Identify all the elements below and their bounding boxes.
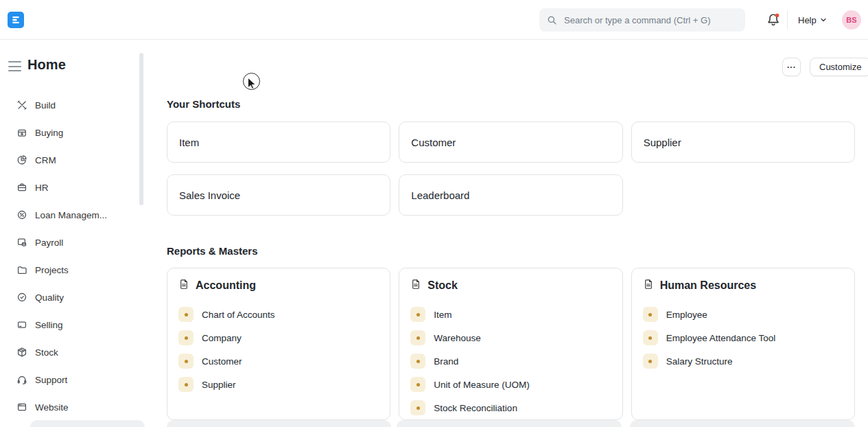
report-link-item[interactable]: Item: [410, 303, 611, 326]
payroll-coins-icon: [16, 237, 27, 248]
sidebar: BuildBuyingCRMHRLoan Managem...PayrollPr…: [0, 91, 145, 421]
report-card-title: Human Resources: [660, 279, 757, 292]
browser-icon: [16, 402, 27, 413]
bell-icon: [766, 12, 781, 27]
navbar-divider: [787, 11, 788, 29]
shortcut-card-item[interactable]: Item: [167, 122, 390, 163]
report-card-title: Accounting: [196, 279, 256, 292]
sidebar-item-label: Stock: [35, 347, 58, 358]
shortcut-label: Sales Invoice: [179, 189, 240, 201]
skeleton-bar: [30, 420, 145, 427]
chevron-down-icon: [820, 16, 827, 23]
bullet-icon: [410, 307, 425, 322]
report-link-warehouse[interactable]: Warehouse: [410, 326, 611, 349]
sidebar-item-payroll[interactable]: Payroll: [0, 229, 145, 256]
sidebar-item-label: Selling: [35, 320, 63, 330]
sidebar-item-label: Buying: [35, 128, 63, 138]
shortcut-label: Customer: [411, 137, 456, 148]
report-card-title: Stock: [427, 279, 458, 292]
report-link-label: Stock Reconciliation: [434, 403, 517, 413]
report-link-employee-attendance-tool[interactable]: Employee Attendance Tool: [643, 326, 843, 349]
search-icon: [547, 15, 557, 25]
bullet-icon: [410, 377, 425, 392]
app-logo[interactable]: [8, 12, 24, 28]
report-link-label: Brand: [434, 356, 458, 367]
sidebar-item-label: Payroll: [35, 238, 63, 248]
sidebar-item-selling[interactable]: Selling: [0, 311, 145, 338]
sidebar-scrollbar[interactable]: [139, 53, 143, 205]
report-card-human-resources: Human ResourcesEmployeeEmployee Attendan…: [631, 268, 855, 420]
pie-chart-icon: [16, 154, 27, 165]
mouse-cursor-icon: [247, 77, 259, 90]
card-icon: [16, 319, 27, 330]
shortcut-card-sales-invoice[interactable]: Sales Invoice: [167, 174, 390, 216]
sidebar-item-label: Quality: [35, 292, 64, 303]
archive-icon: [16, 127, 27, 138]
customize-button[interactable]: Customize: [810, 58, 868, 76]
box-icon: [16, 347, 27, 358]
report-link-supplier[interactable]: Supplier: [178, 373, 379, 396]
report-link-stock-reconciliation[interactable]: Stock Reconciliation: [410, 396, 611, 419]
sidebar-item-label: CRM: [35, 155, 56, 165]
report-link-label: Salary Structure: [666, 356, 733, 367]
skeleton-bar: [630, 420, 855, 427]
tools-icon: [16, 100, 27, 111]
help-label: Help: [798, 15, 817, 25]
report-link-customer[interactable]: Customer: [178, 349, 379, 373]
search-input[interactable]: [563, 14, 738, 26]
sidebar-toggle-button[interactable]: [8, 61, 21, 71]
sidebar-item-support[interactable]: Support: [0, 366, 145, 393]
sidebar-item-website[interactable]: Website: [0, 393, 145, 421]
report-card-header: Human Resources: [643, 278, 843, 293]
skeleton-bar: [397, 420, 622, 427]
report-link-brand[interactable]: Brand: [410, 349, 611, 373]
bullet-icon: [643, 307, 658, 322]
report-link-salary-structure[interactable]: Salary Structure: [643, 349, 843, 373]
sidebar-item-projects[interactable]: Projects: [0, 256, 145, 284]
bullet-icon: [178, 377, 193, 392]
report-card-stock: StockItemWarehouseBrandUnit of Measure (…: [399, 268, 622, 420]
sidebar-item-crm[interactable]: CRM: [0, 146, 145, 174]
report-link-unit-of-measure-uom[interactable]: Unit of Measure (UOM): [410, 373, 611, 396]
sidebar-item-loan-managem[interactable]: Loan Managem...: [0, 201, 145, 229]
sidebar-item-build[interactable]: Build: [0, 91, 145, 119]
report-link-label: Warehouse: [434, 333, 481, 343]
report-link-company[interactable]: Company: [178, 326, 379, 349]
report-link-employee[interactable]: Employee: [643, 303, 843, 326]
report-link-label: Supplier: [202, 380, 236, 390]
report-link-label: Unit of Measure (UOM): [434, 380, 530, 390]
page-title: Home: [27, 57, 66, 73]
sidebar-item-hr[interactable]: HR: [0, 174, 145, 201]
sidebar-item-buying[interactable]: Buying: [0, 119, 145, 146]
bullet-icon: [643, 354, 658, 369]
report-link-label: Employee: [666, 310, 707, 320]
sidebar-item-label: Build: [35, 100, 56, 111]
more-options-button[interactable]: ...: [782, 58, 801, 76]
report-card-header: Stock: [410, 278, 611, 293]
notifications-button[interactable]: [766, 12, 781, 27]
file-text-icon: [410, 279, 421, 292]
shortcut-card-supplier[interactable]: Supplier: [631, 122, 855, 163]
shortcut-card-customer[interactable]: Customer: [399, 122, 622, 163]
shortcut-label: Leaderboard: [411, 189, 469, 201]
click-indicator-ring: [243, 73, 260, 90]
report-link-chart-of-accounts[interactable]: Chart of Accounts: [178, 303, 379, 326]
sidebar-item-label: Projects: [35, 265, 69, 275]
help-menu[interactable]: Help: [798, 13, 827, 27]
sidebar-item-quality[interactable]: Quality: [0, 284, 145, 311]
top-navbar: Help BS: [0, 0, 868, 40]
sidebar-item-label: Loan Managem...: [35, 210, 107, 220]
bullet-icon: [643, 330, 658, 345]
sidebar-item-label: HR: [35, 183, 49, 193]
bullet-icon: [410, 330, 425, 345]
report-card-accounting: AccountingChart of AccountsCompanyCustom…: [167, 268, 390, 420]
sidebar-item-stock[interactable]: Stock: [0, 338, 145, 366]
notification-dot: [775, 14, 779, 17]
shortcut-label: Item: [179, 137, 199, 148]
reports-masters-grid: AccountingChart of AccountsCompanyCustom…: [167, 268, 855, 420]
report-link-label: Chart of Accounts: [202, 310, 275, 320]
user-avatar[interactable]: BS: [842, 10, 861, 30]
avatar-initials: BS: [846, 16, 857, 24]
frappe-e-icon: [11, 15, 21, 25]
shortcut-card-leaderboard[interactable]: Leaderboard: [399, 174, 622, 216]
